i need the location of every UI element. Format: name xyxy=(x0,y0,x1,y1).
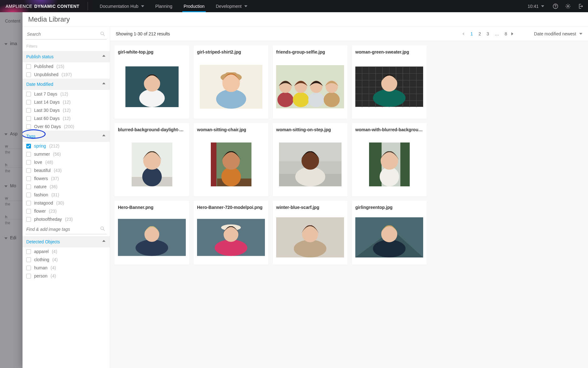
checkbox[interactable] xyxy=(26,184,31,189)
filter-option-tags-fashion[interactable]: fashion (31) xyxy=(23,191,110,199)
results-pane: Showing 1-30 of 212 results 123…8 Date m… xyxy=(110,27,588,368)
filter-option-date-last-30-days[interactable]: Last 30 Days (12) xyxy=(23,106,110,114)
svg-point-97 xyxy=(295,167,325,186)
filter-option-label: photooftheday xyxy=(34,217,62,222)
chevron-down-icon xyxy=(541,5,544,7)
filter-group-date-modified[interactable]: Date Modified xyxy=(23,79,110,90)
checkbox[interactable] xyxy=(26,64,31,69)
nav-tab-development[interactable]: Development xyxy=(210,0,253,12)
sort-selector[interactable]: Date modified newest xyxy=(534,31,582,36)
filter-option-tags-love[interactable]: love (48) xyxy=(23,158,110,166)
filter-option-date-last-14-days[interactable]: Last 14 Days (12) xyxy=(23,98,110,106)
page-prev-icon[interactable] xyxy=(462,32,466,36)
asset-card[interactable]: girl-white-top.jpg xyxy=(114,45,189,119)
asset-card[interactable]: Hero-Banner.png xyxy=(114,201,189,265)
filter-option-tags-beautiful[interactable]: beautiful (43) xyxy=(23,166,110,174)
filter-option-tags-instagood[interactable]: instagood (30) xyxy=(23,199,110,207)
filter-option-date-over-60-days[interactable]: Over 60 Days (200) xyxy=(23,122,110,131)
filters-heading: Filters xyxy=(23,39,110,51)
asset-card[interactable]: woman-green-sweater.jpg xyxy=(352,45,427,119)
filter-option-count: (23) xyxy=(49,209,57,214)
filter-option-objects-apparel[interactable]: apparel (4) xyxy=(23,247,110,256)
search-input[interactable] xyxy=(26,29,107,39)
filter-option-date-last-7-days[interactable]: Last 7 Days (12) xyxy=(23,90,110,98)
search-field-wrap xyxy=(26,29,107,39)
asset-card[interactable]: girl-striped-shirt2.jpg xyxy=(194,45,268,119)
search-icon[interactable] xyxy=(100,31,105,38)
checkbox[interactable] xyxy=(26,257,31,262)
checkbox[interactable] xyxy=(26,176,31,181)
filter-option-date-last-60-days[interactable]: Last 60 Days (12) xyxy=(23,114,110,122)
asset-thumbnail xyxy=(355,58,423,116)
brand-part2: DYNAMIC CONTENT xyxy=(34,4,79,9)
filter-option-objects-clothing[interactable]: clothing (4) xyxy=(23,256,110,264)
checkbox[interactable] xyxy=(26,144,31,148)
checkbox[interactable] xyxy=(26,72,31,77)
filter-option-tags-photooftheday[interactable]: photooftheday (23) xyxy=(23,215,110,223)
filter-option-publish-published[interactable]: Published (15) xyxy=(23,62,110,70)
help-icon[interactable] xyxy=(552,3,559,9)
filter-option-tags-flowers[interactable]: flowers (37) xyxy=(23,174,110,183)
checkbox[interactable] xyxy=(26,209,31,214)
tag-search-input[interactable] xyxy=(26,225,107,234)
filter-group-tags[interactable]: Tags xyxy=(23,131,110,142)
search-icon[interactable] xyxy=(100,226,105,232)
page-number-3[interactable]: 3 xyxy=(487,31,489,36)
asset-card[interactable]: blurred-background-daylight-135302… xyxy=(114,123,189,196)
asset-filename: winter-blue-scarf.jpg xyxy=(276,205,344,210)
filter-group-detected-objects[interactable]: Detected Objects xyxy=(23,236,110,247)
clock[interactable]: 10:41 xyxy=(526,4,546,9)
filter-option-objects-person[interactable]: person (4) xyxy=(23,272,110,280)
asset-thumbnail xyxy=(355,135,423,194)
settings-icon[interactable] xyxy=(565,3,571,9)
filter-group-publish-status-label: Publish status xyxy=(26,54,53,59)
svg-point-11 xyxy=(216,89,246,109)
hub-selector[interactable]: Documentation Hub xyxy=(94,0,150,12)
asset-card[interactable]: woman-sitting-chair.jpg xyxy=(194,123,268,196)
checkbox[interactable] xyxy=(26,193,31,197)
page-number-1[interactable]: 1 xyxy=(470,31,473,36)
page-next-icon[interactable] xyxy=(511,32,515,36)
filter-sidebar: Filters Publish status Published (15)Unp… xyxy=(23,27,110,368)
chevron-up-icon xyxy=(102,240,106,244)
checkbox[interactable] xyxy=(26,266,31,270)
checkbox[interactable] xyxy=(26,249,31,254)
filter-option-tags-flower[interactable]: flower (23) xyxy=(23,207,110,215)
page-number-2[interactable]: 2 xyxy=(479,31,481,36)
asset-card[interactable]: Hero-Banner-720-modelpoi.png xyxy=(194,201,268,265)
filter-option-label: Unpublished xyxy=(34,72,58,77)
filter-option-publish-unpublished[interactable]: Unpublished (197) xyxy=(23,70,110,79)
filter-option-tags-spring[interactable]: spring (212) xyxy=(23,142,110,150)
filter-option-label: Last 60 Days xyxy=(34,116,60,121)
top-navbar: AMPLIENCE DYNAMIC CONTENT Documentation … xyxy=(0,0,588,12)
hub-selector-label: Documentation Hub xyxy=(100,4,139,9)
checkbox[interactable] xyxy=(26,168,31,173)
logout-icon[interactable] xyxy=(577,3,584,9)
nav-tab-label: Planning xyxy=(155,4,173,9)
asset-card[interactable]: winter-blue-scarf.jpg xyxy=(273,201,347,265)
filter-option-tags-nature[interactable]: nature (36) xyxy=(23,183,110,191)
page-number-8[interactable]: 8 xyxy=(505,31,507,36)
checkbox[interactable] xyxy=(26,160,31,165)
asset-card[interactable]: girlingreentop.jpg xyxy=(352,201,427,265)
filter-option-count: (15) xyxy=(57,64,64,69)
checkbox[interactable] xyxy=(26,201,31,205)
filter-option-label: nature xyxy=(34,184,47,189)
asset-card[interactable]: friends-group-selfie.jpg xyxy=(273,45,347,119)
filter-group-publish-status[interactable]: Publish status xyxy=(23,51,110,62)
checkbox[interactable] xyxy=(26,116,31,121)
checkbox[interactable] xyxy=(26,217,31,222)
checkbox[interactable] xyxy=(26,108,31,113)
asset-card[interactable]: woman-sitting-on-step.jpg xyxy=(273,123,347,196)
nav-tab-planning[interactable]: Planning xyxy=(150,0,178,12)
filter-option-objects-human[interactable]: human (4) xyxy=(23,264,110,272)
filter-option-count: (12) xyxy=(63,108,71,113)
checkbox[interactable] xyxy=(26,274,31,278)
checkbox[interactable] xyxy=(26,100,31,105)
checkbox[interactable] xyxy=(26,92,31,96)
filter-option-tags-summer[interactable]: summer (56) xyxy=(23,150,110,158)
checkbox[interactable] xyxy=(26,152,31,157)
checkbox[interactable] xyxy=(26,124,31,129)
asset-card[interactable]: woman-with-blurred-background-93… xyxy=(352,123,427,196)
nav-tab-production[interactable]: Production xyxy=(178,0,210,12)
